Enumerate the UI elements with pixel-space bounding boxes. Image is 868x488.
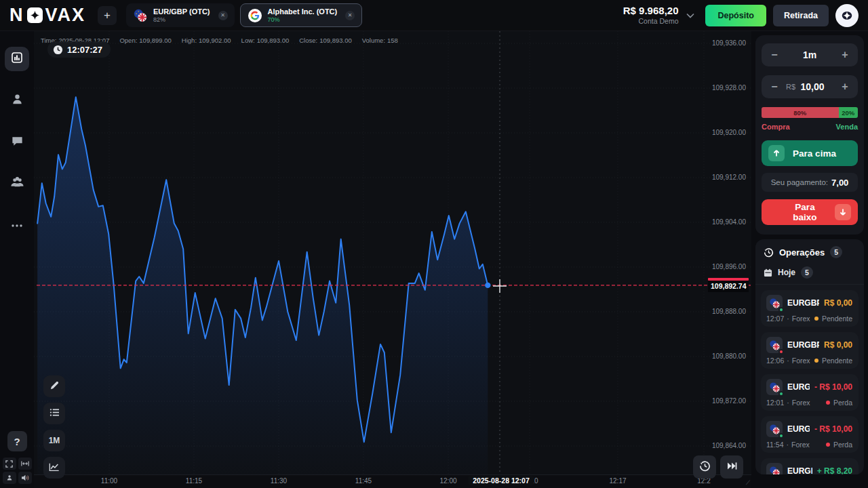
- add-tab-button[interactable]: +: [98, 6, 117, 25]
- price-chart[interactable]: [34, 31, 751, 474]
- status-label: Perda: [833, 441, 852, 449]
- direction-dot: [778, 433, 784, 439]
- today-group-header[interactable]: Hoje 5: [755, 264, 864, 285]
- tab-eurgbp[interactable]: EUR/GBP (OTC) 82% ✕: [126, 3, 235, 27]
- status-label: Perda: [833, 399, 852, 407]
- chart-series: [37, 97, 488, 474]
- duration-value[interactable]: 1m: [781, 49, 839, 60]
- y-axis-tick: 109,904.00: [698, 218, 746, 226]
- today-label: Hoje: [778, 268, 795, 277]
- operation-amount: - R$ 10,00: [814, 382, 852, 392]
- buy-up-button[interactable]: Para cima: [762, 140, 858, 166]
- buy-percent: 80%: [762, 107, 839, 118]
- left-sidebar: ?: [0, 31, 34, 488]
- status-dot: [814, 359, 818, 363]
- sidebar-item-community[interactable]: [5, 171, 29, 195]
- operation-row[interactable]: EURGB... - R$ 10,00 11:54·Forex Perda: [761, 416, 859, 453]
- operation-amount: R$ 0,00: [824, 340, 852, 350]
- status-dot: [814, 317, 818, 321]
- tab-alphabet[interactable]: Alphabet Inc. (OTC) 70% ✕: [240, 3, 363, 27]
- amount-plus-button[interactable]: +: [839, 81, 851, 93]
- chevron-down-icon[interactable]: [686, 12, 694, 20]
- chat-icon: [11, 134, 24, 150]
- time-axis[interactable]: 2025-08-28 12:07 11:0011:1511:3011:4512:…: [34, 474, 751, 488]
- go-to-realtime-button[interactable]: [720, 455, 743, 479]
- people-group-icon: [10, 176, 24, 191]
- operation-row[interactable]: EURGBP-O... R$ 0,00 12:07·Forex Pendente: [761, 290, 859, 327]
- fullscreen-button[interactable]: [3, 458, 16, 470]
- tab-asset-name: EUR/GBP (OTC): [153, 7, 210, 16]
- account-type-label: Conta Demo: [639, 17, 679, 26]
- sentiment-bar: 80% 20%: [762, 107, 858, 118]
- draw-tool-button[interactable]: [43, 375, 65, 397]
- sidebar-item-more[interactable]: [5, 212, 29, 237]
- help-button[interactable]: ?: [7, 431, 27, 451]
- resize-handle-icon[interactable]: ⟋: [746, 479, 750, 487]
- y-axis-tick: 109,888.00: [698, 308, 746, 315]
- duration-minus-button[interactable]: −: [768, 49, 781, 61]
- x-axis-tick: 11:15: [186, 477, 202, 485]
- x-axis-tick: 12:00: [439, 477, 456, 485]
- operations-panel: Operações 5 Hoje 5 EURGBP-O... R$ 0,00 1…: [755, 239, 864, 474]
- operation-row[interactable]: EURGBP-O... R$ 0,00 12:06·Forex Pendente: [761, 332, 859, 369]
- order-card: − 1m + − R$ 10,00 + 80% 20% Compra Venda…: [755, 35, 864, 235]
- amount-value[interactable]: 10,00: [786, 81, 839, 92]
- amount-minus-button[interactable]: −: [768, 81, 781, 93]
- y-axis-tick: 109,912.00: [698, 174, 746, 181]
- chart-area[interactable]: Time:2025-08-28 12:07 Open:109,899.00 Hi…: [34, 31, 751, 488]
- top-bar: NVAX + EUR/GBP (OTC) 82% ✕: [0, 0, 868, 31]
- eurgbp-flag-icon: [766, 379, 783, 395]
- crosshair-icon: [493, 279, 507, 293]
- x-axis-tick: 11:00: [101, 477, 117, 485]
- status-label: Pendente: [822, 314, 852, 323]
- payout-value: 7,00: [831, 178, 848, 188]
- history-icon: [764, 247, 774, 258]
- y-axis-tick: 109,920.00: [698, 129, 746, 136]
- indicators-button[interactable]: [43, 403, 65, 424]
- star-button[interactable]: [835, 4, 859, 27]
- google-icon: [248, 8, 262, 23]
- logo-text-right: VAX: [45, 5, 86, 26]
- sidebar-item-profile[interactable]: [5, 88, 29, 113]
- chart-type-button[interactable]: [43, 457, 65, 479]
- sound-button[interactable]: [18, 472, 32, 484]
- amount-stepper: − R$ 10,00 +: [762, 75, 858, 98]
- tab-payout: 82%: [153, 16, 210, 23]
- account-balance[interactable]: R$ 9.968,20 Conta Demo: [623, 5, 679, 26]
- sell-down-button[interactable]: Para baixo: [762, 199, 858, 225]
- sidebar-item-chat[interactable]: [5, 129, 29, 154]
- clock-time: 12:07:27: [67, 45, 102, 55]
- direction-dot: [778, 391, 784, 396]
- history-icon: [699, 460, 711, 474]
- operation-row[interactable]: EURGBP... + R$ 8,20 11:42·Forex Ganho: [761, 458, 859, 474]
- chart-toolbar: 1M: [43, 375, 65, 479]
- x-axis-tick: 12:17: [609, 477, 626, 485]
- arrow-up-icon: [768, 145, 785, 161]
- history-button[interactable]: [693, 455, 716, 479]
- area-fill: [37, 97, 488, 474]
- crosshair-time-label: 2025-08-28 12:07: [468, 476, 534, 485]
- ellipsis-icon: [11, 218, 23, 230]
- close-tab-icon[interactable]: ✕: [345, 11, 355, 20]
- sidebar-item-trading[interactable]: [5, 47, 29, 71]
- eurgbp-flag-icon: [766, 463, 783, 474]
- operations-title: Operações: [779, 247, 825, 258]
- logo-text-left: N: [9, 5, 24, 26]
- direction-dot: [778, 307, 784, 312]
- duration-plus-button[interactable]: +: [839, 49, 851, 61]
- deposit-button[interactable]: Depósito: [705, 5, 766, 26]
- expand-width-button[interactable]: [18, 458, 32, 470]
- arrow-down-icon: [835, 204, 851, 220]
- timeframe-button[interactable]: 1M: [43, 430, 65, 451]
- tab-asset-name: Alphabet Inc. (OTC): [268, 7, 338, 16]
- sell-label: Venda: [836, 123, 858, 131]
- operation-row[interactable]: EURGB... - R$ 10,00 12:01·Forex Perda: [761, 374, 859, 411]
- trade-panel: − 1m + − R$ 10,00 + 80% 20% Compra Venda…: [751, 31, 868, 488]
- y-axis-tick: 109,864.00: [698, 442, 746, 449]
- withdraw-button[interactable]: Retirada: [773, 5, 829, 26]
- y-axis-tick: 109,896.00: [698, 263, 746, 270]
- buy-label: Compra: [762, 123, 790, 131]
- user-mini-button[interactable]: [3, 472, 16, 484]
- close-tab-icon[interactable]: ✕: [218, 11, 228, 20]
- logo-star-icon: [27, 7, 43, 23]
